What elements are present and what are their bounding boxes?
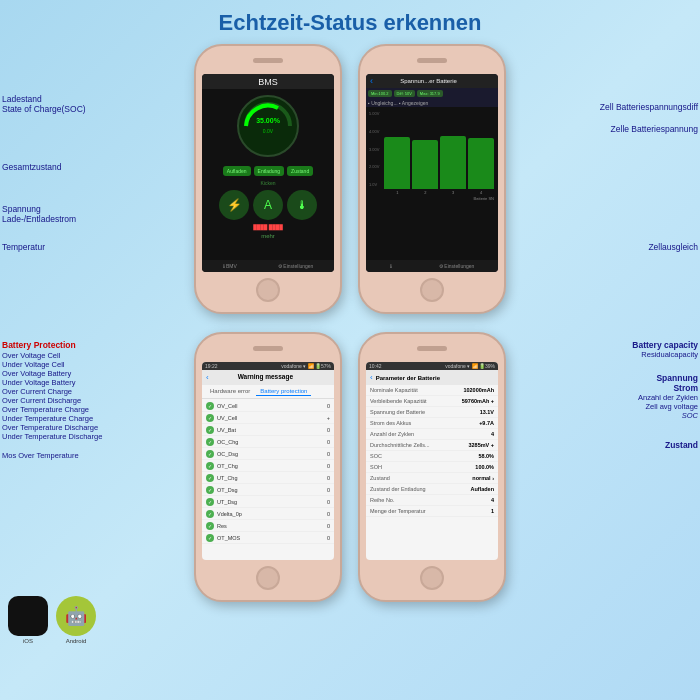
check-uv-cell: ✓ <box>206 414 214 422</box>
list-item: Anzahl der Zyklen 4 <box>366 429 498 440</box>
cell-chart: 5.00V4.00V3.00V2.00V1.0V <box>366 107 498 260</box>
bms-kicken: Kicken <box>258 179 277 187</box>
bar-3 <box>440 136 466 189</box>
cell-tag-max: Max: 317.9 <box>417 90 443 97</box>
label-battery-protection: Battery Protection <box>2 340 102 350</box>
params-back[interactable]: ‹ <box>370 373 373 382</box>
bms-footer-bmv[interactable]: ℹ BMV <box>223 263 237 269</box>
tab-hardware-error[interactable]: Hardware error <box>206 387 254 396</box>
label-ot-chg: Over Temperature Charge <box>2 405 102 414</box>
check-oc-dsg: ✓ <box>206 450 214 458</box>
list-item: Spannung der Batterie 13.1V <box>366 407 498 418</box>
label-oc-chg: Over Current Charge <box>2 387 102 396</box>
phone-battery-home[interactable] <box>420 278 444 302</box>
bms-buttons: Aufladen Entladung Zustand <box>202 163 334 179</box>
label-ov-cell: Over Voltage Cell <box>2 351 102 360</box>
label-cell-avg: Zell avg voltage <box>632 402 698 411</box>
bms-footer-settings[interactable]: ⚙ Einstellungen <box>278 263 313 269</box>
bms-gauge: 35.00% 0.0V <box>233 91 303 161</box>
tab-battery-protection[interactable]: Battery protection <box>256 387 311 396</box>
label-zyklen: Anzahl der Zyklen <box>632 393 698 402</box>
check-ot-dsg: ✓ <box>206 486 214 494</box>
bms-btn-zustand[interactable]: Zustand <box>287 166 313 176</box>
warning-title: Warning message <box>238 373 293 382</box>
label-ut-chg: Under Temperature Charge <box>2 414 102 423</box>
chart-labels: 1234 <box>382 189 496 196</box>
params-title: Parameter der Batterie <box>376 375 440 381</box>
cell-tag-diff: Diff: 50V <box>394 90 415 97</box>
label-battery-protection-group: Battery Protection Over Voltage Cell Und… <box>2 340 102 460</box>
svg-text:35.00%: 35.00% <box>256 117 281 124</box>
ios-badge[interactable] <box>8 596 48 636</box>
page-title: Echtzeit-Status erkennen <box>0 0 700 42</box>
bms-icons: ⚡ A 🌡 <box>217 187 319 223</box>
status-bar-warning: 19:22 vodafone ▾ 📶 🔋57% <box>202 362 334 370</box>
label-uv-cell: Under Voltage Cell <box>2 360 102 369</box>
bar-1 <box>384 137 410 189</box>
check-uv-bat: ✓ <box>206 426 214 434</box>
label-ladestand: Ladestand State of Charge(SOC) <box>2 94 86 114</box>
battery-back-btn[interactable]: ‹ <box>370 76 373 86</box>
list-item: Nominale Kapazität 102000mAh <box>366 385 498 396</box>
warning-screen: 19:22 vodafone ▾ 📶 🔋57% ‹ Warning messag… <box>202 362 334 560</box>
params-header: ‹ Parameter der Batterie <box>366 370 498 385</box>
phone-warning-home[interactable] <box>256 566 280 590</box>
warning-header: ‹ Warning message <box>202 370 334 385</box>
label-spannung: Spannung Lade-/Entladestrom <box>2 204 76 224</box>
bms-screen: BMS 35.00% 0.0V <box>202 74 334 272</box>
label-zelle-spannung: Zelle Batteriespannung <box>611 124 698 134</box>
check-ut-chg: ✓ <box>206 474 214 482</box>
bms-btn-entladung[interactable]: Entladung <box>254 166 285 176</box>
phone-bms: BMS 35.00% 0.0V <box>194 44 342 314</box>
label-soc-r: SOC <box>632 411 698 420</box>
cell-tags-row: Min:100.2 Diff: 50V Max: 317.9 <box>366 88 498 99</box>
label-oc-dsg: Over Current Discharge <box>2 396 102 405</box>
label-residual: Residualcapacity <box>632 350 698 359</box>
android-badge[interactable]: 🤖 <box>56 596 96 636</box>
ios-label: iOS <box>8 638 48 644</box>
label-zell-diff: Zell Batteriespannungsdiff <box>600 102 698 112</box>
label-uv-bat: Under Voltage Battery <box>2 378 102 387</box>
battery-screen: ‹ Spannun...er Batterie Min:100.2 Diff: … <box>366 74 498 272</box>
battery-footer: ℹ ⚙ Einstellungen <box>366 260 498 272</box>
check-ut-dsg: ✓ <box>206 498 214 506</box>
params-screen: 10:42 vodafone ▾ 📶 🔋39% ‹ Parameter der … <box>366 362 498 560</box>
chart-toggle: ▪ Ungleichg... ▪ Angezeigen <box>366 99 498 107</box>
list-item: ✓ OT_MOS 0 <box>202 532 334 544</box>
phone-bms-home[interactable] <box>256 278 280 302</box>
list-item: ✓ Vdelta_0p 0 <box>202 508 334 520</box>
list-item: ✓ UT_Chg 0 <box>202 472 334 484</box>
list-item: ✓ UV_Cell + <box>202 412 334 424</box>
bar-4 <box>468 138 494 189</box>
phone-warning: 19:22 vodafone ▾ 📶 🔋57% ‹ Warning messag… <box>194 332 342 602</box>
list-item: Zustand normal › <box>366 473 498 484</box>
bms-btn-aufladen[interactable]: Aufladen <box>223 166 251 176</box>
battery-header: ‹ Spannun...er Batterie <box>366 74 498 88</box>
status-bar-params: 10:42 vodafone ▾ 📶 🔋39% <box>366 362 498 370</box>
bms-footer: ℹ BMV ⚙ Einstellungen <box>202 260 334 272</box>
bms-more-btn[interactable]: mehr <box>259 231 277 241</box>
label-zellausgleich: Zellausgleich <box>648 242 698 252</box>
list-item: SOH 100.0% <box>366 462 498 473</box>
list-item: Verbleibende Kapazität 59760mAh + <box>366 396 498 407</box>
list-item: ✓ OT_Chg 0 <box>202 460 334 472</box>
check-ot-mos: ✓ <box>206 534 214 542</box>
warning-back[interactable]: ‹ <box>206 373 209 382</box>
check-ov-cell: ✓ <box>206 402 214 410</box>
label-spannung-r: Spannung <box>632 373 698 383</box>
android-label: Android <box>56 638 96 644</box>
list-item: Menge der Temperatur 1 <box>366 506 498 517</box>
phone-params-home[interactable] <box>420 566 444 590</box>
label-temperatur: Temperatur <box>2 242 45 252</box>
label-mos-ot: Mos Over Temperature <box>2 451 102 460</box>
bms-icon-temp: 🌡 <box>287 190 317 220</box>
label-ut-dsg: Under Temperature Discharge <box>2 432 102 441</box>
check-vdelta: ✓ <box>206 510 214 518</box>
battery-footer-settings[interactable]: ⚙ Einstellungen <box>439 263 474 269</box>
bms-header: BMS <box>202 74 334 89</box>
list-item: ✓ UV_Bat 0 <box>202 424 334 436</box>
list-item: ✓ OC_Dsg 0 <box>202 448 334 460</box>
list-item: Strom des Akkus +9.7A <box>366 418 498 429</box>
phone-battery: ‹ Spannun...er Batterie Min:100.2 Diff: … <box>358 44 506 314</box>
battery-footer-bmv[interactable]: ℹ <box>390 263 392 269</box>
